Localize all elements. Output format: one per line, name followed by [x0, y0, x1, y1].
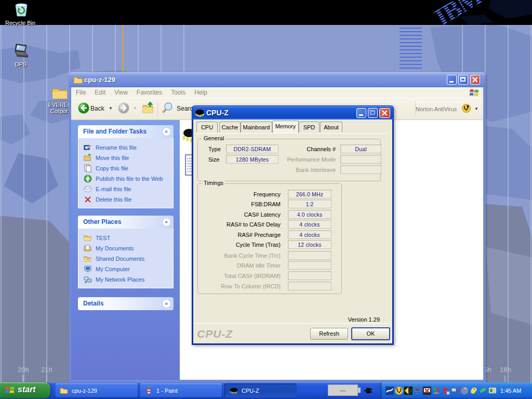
- svg-text:20h: 20h: [18, 366, 29, 374]
- svg-text:21h: 21h: [41, 366, 52, 374]
- svg-text:16h: 16h: [500, 366, 511, 374]
